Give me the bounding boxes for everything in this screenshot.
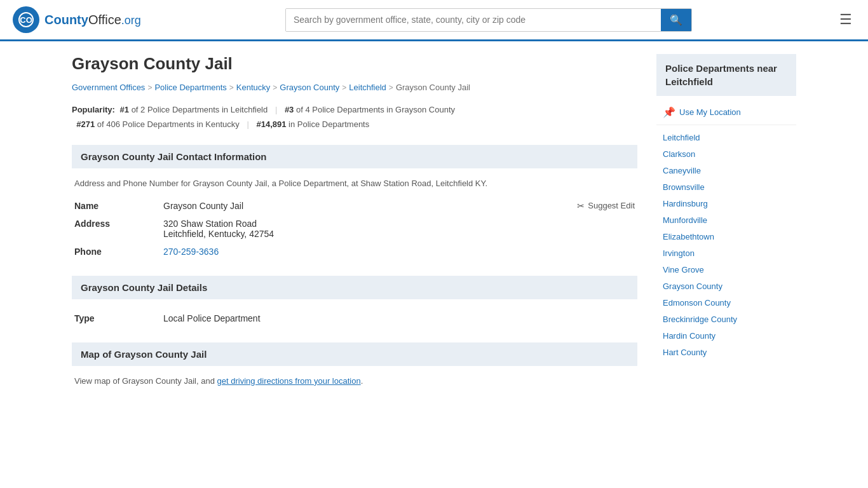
details-section: Grayson County Jail Details Type Local P… — [72, 276, 637, 327]
breadcrumb-sep-5: > — [389, 83, 393, 92]
popularity-section: Popularity: #1 of 2 Police Departments i… — [72, 102, 637, 132]
breadcrumb-sep-4: > — [342, 83, 346, 92]
popularity-rank2: #3 — [285, 105, 294, 114]
content-area: Grayson County Jail Government Offices >… — [72, 54, 637, 401]
map-desc-end: . — [361, 376, 363, 386]
name-row-content: Grayson County Jail ✂ Suggest Edit — [163, 201, 635, 211]
sidebar-link-grayson-county-anchor[interactable]: Grayson County — [663, 281, 722, 291]
pop-divider-1: | — [275, 105, 277, 114]
type-label: Type — [74, 313, 163, 323]
details-section-header: Grayson County Jail Details — [72, 276, 637, 299]
use-my-location-link[interactable]: Use My Location — [679, 107, 741, 117]
type-value: Local Police Department — [163, 313, 635, 323]
svg-text:CO: CO — [20, 15, 32, 25]
sidebar-link-edmonson-county-anchor[interactable]: Edmonson County — [663, 298, 731, 308]
edit-icon: ✂ — [577, 201, 585, 211]
search-button[interactable]: 🔍 — [661, 9, 691, 31]
popularity-row-1: Popularity: #1 of 2 Police Departments i… — [72, 102, 637, 117]
sidebar-link-vine-grove-anchor[interactable]: Vine Grove — [663, 265, 704, 274]
address-line2: Leitchfield, Kentucky, 42754 — [163, 229, 635, 239]
popularity-rank2-desc: of 4 Police Departments in Grayson Count… — [296, 105, 455, 114]
sidebar-link-munfordville: Munfordville — [656, 212, 796, 228]
map-section: Map of Grayson County Jail View map of G… — [72, 342, 637, 386]
breadcrumb-leitchfield[interactable]: Leitchfield — [349, 83, 386, 92]
suggest-edit-link[interactable]: ✂ Suggest Edit — [577, 201, 635, 211]
address-label: Address — [74, 219, 163, 229]
sidebar-link-clarkson-anchor[interactable]: Clarkson — [663, 149, 695, 159]
breadcrumb-sep-1: > — [147, 83, 152, 92]
logo[interactable]: CO CountyOffice.org — [13, 6, 141, 33]
name-label: Name — [74, 201, 163, 211]
sidebar-links-list: Leitchfield Clarkson Caneyville Brownsvi… — [656, 129, 796, 360]
suggest-edit-label: Suggest Edit — [588, 201, 635, 210]
breadcrumb-sep-2: > — [229, 83, 234, 92]
sidebar: Police Departments near Leitchfield 📌 Us… — [656, 54, 796, 401]
phone-label: Phone — [74, 247, 163, 257]
contact-table: Name Grayson County Jail ✂ Suggest Edit … — [72, 197, 637, 261]
sidebar-title: Police Departments near Leitchfield — [656, 54, 796, 96]
sidebar-link-irvington-anchor[interactable]: Irvington — [663, 248, 695, 258]
sidebar-link-brownsville-anchor[interactable]: Brownsville — [663, 182, 705, 192]
name-value: Grayson County Jail — [163, 201, 577, 211]
logo-text: CountyOffice.org — [44, 13, 141, 27]
logo-icon: CO — [13, 6, 39, 33]
popularity-rank4: #14,891 — [256, 119, 286, 129]
sidebar-link-hardinsburg: Hardinsburg — [656, 195, 796, 212]
breadcrumb-current: Grayson County Jail — [396, 83, 470, 92]
sidebar-link-breckinridge-county: Breckinridge County — [656, 311, 796, 327]
sidebar-link-grayson-county: Grayson County — [656, 278, 796, 294]
sidebar-link-hart-county: Hart County — [656, 344, 796, 360]
address-line1: 320 Shaw Station Road — [163, 219, 635, 229]
sidebar-link-vine-grove: Vine Grove — [656, 261, 796, 278]
phone-link[interactable]: 270-259-3636 — [163, 247, 219, 257]
main-container: Grayson County Jail Government Offices >… — [53, 41, 815, 414]
popularity-rank1: #1 — [120, 105, 129, 114]
page-title: Grayson County Jail — [72, 54, 637, 74]
popularity-rank4-desc: in Police Departments — [288, 119, 369, 129]
hamburger-menu[interactable]: ☰ — [836, 8, 855, 31]
breadcrumb-government-offices[interactable]: Government Offices — [72, 83, 145, 92]
sidebar-link-leitchfield: Leitchfield — [656, 129, 796, 146]
address-row: Address 320 Shaw Station Road Leitchfiel… — [72, 215, 637, 243]
sidebar-link-caneyville-anchor[interactable]: Caneyville — [663, 166, 701, 175]
phone-row: Phone 270-259-3636 — [72, 243, 637, 261]
pop-divider-2: | — [247, 119, 248, 129]
map-description: View map of Grayson County Jail, and get… — [72, 376, 637, 386]
search-area: 🔍 — [285, 8, 692, 32]
search-icon: 🔍 — [670, 15, 682, 25]
map-section-header: Map of Grayson County Jail — [72, 342, 637, 366]
sidebar-link-brownsville: Brownsville — [656, 179, 796, 195]
sidebar-link-elizabethtown: Elizabethtown — [656, 228, 796, 245]
search-bar: 🔍 — [285, 8, 692, 32]
use-my-location-row: 📌 Use My Location — [656, 104, 796, 125]
contact-description: Address and Phone Number for Grayson Cou… — [72, 179, 637, 188]
page-header: CO CountyOffice.org 🔍 ☰ — [0, 0, 868, 41]
popularity-rank3: #271 — [76, 119, 95, 129]
map-desc-text: View map of Grayson County Jail, and — [74, 376, 215, 386]
sidebar-link-munfordville-anchor[interactable]: Munfordville — [663, 215, 707, 225]
sidebar-link-irvington: Irvington — [656, 245, 796, 261]
sidebar-link-leitchfield-anchor[interactable]: Leitchfield — [663, 133, 700, 142]
sidebar-link-hardin-county: Hardin County — [656, 327, 796, 344]
breadcrumb-police-departments[interactable]: Police Departments — [154, 83, 226, 92]
breadcrumb-kentucky[interactable]: Kentucky — [236, 83, 270, 92]
contact-section: Grayson County Jail Contact Information … — [72, 145, 637, 261]
popularity-row-2: #271 of 406 Police Departments in Kentuc… — [72, 117, 637, 132]
breadcrumb-grayson-county[interactable]: Grayson County — [280, 83, 339, 92]
popularity-rank3-desc: of 406 Police Departments in Kentucky — [97, 119, 240, 129]
sidebar-link-breckinridge-county-anchor[interactable]: Breckinridge County — [663, 315, 737, 324]
search-input[interactable] — [286, 9, 661, 31]
sidebar-link-hardin-county-anchor[interactable]: Hardin County — [663, 331, 715, 341]
sidebar-link-edmonson-county: Edmonson County — [656, 294, 796, 311]
contact-section-header: Grayson County Jail Contact Information — [72, 145, 637, 168]
type-row: Type Local Police Department — [72, 309, 637, 327]
sidebar-link-clarkson: Clarkson — [656, 146, 796, 162]
driving-directions-link[interactable]: get driving directions from your locatio… — [217, 376, 361, 386]
sidebar-link-elizabethtown-anchor[interactable]: Elizabethtown — [663, 232, 714, 241]
sidebar-link-hart-county-anchor[interactable]: Hart County — [663, 348, 707, 357]
popularity-label: Popularity: — [72, 105, 115, 114]
popularity-rank1-desc: of 2 Police Departments in Leitchfield — [132, 105, 268, 114]
sidebar-link-caneyville: Caneyville — [656, 162, 796, 179]
sidebar-link-hardinsburg-anchor[interactable]: Hardinsburg — [663, 199, 708, 208]
location-pin-icon: 📌 — [663, 106, 675, 118]
